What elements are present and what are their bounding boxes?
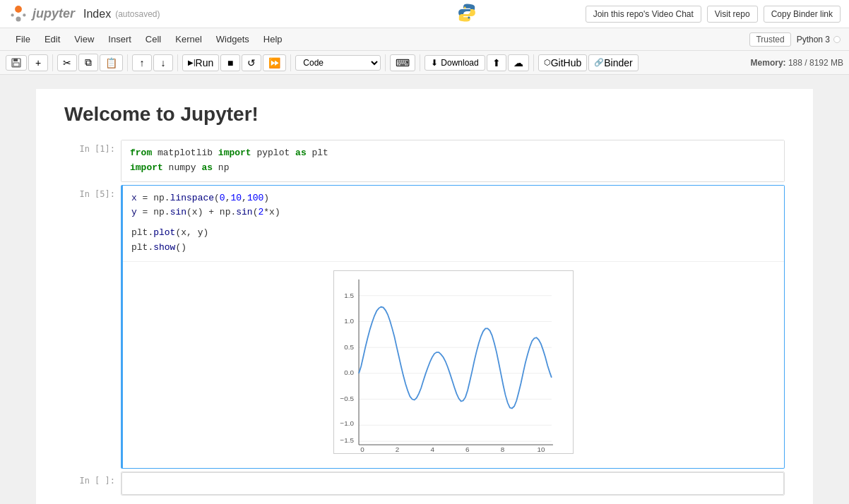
menu-right: Trusted Python 3 bbox=[749, 32, 841, 47]
toolbar-separator-4 bbox=[290, 54, 291, 71]
plot-container: 1.5 1.0 0.5 0.0 −0.5 −1.0 −1.5 0 2 4 6 bbox=[131, 265, 776, 460]
toolbar-separator-5 bbox=[385, 54, 386, 71]
menu-bar: File Edit View Insert Cell Kernel Widget… bbox=[0, 28, 849, 51]
visit-repo-button[interactable]: Visit repo bbox=[707, 6, 758, 23]
run-label: Run bbox=[196, 57, 214, 68]
menu-widgets[interactable]: Widgets bbox=[209, 31, 256, 47]
logo-area: jupyter bbox=[8, 4, 75, 24]
svg-text:−1.0: −1.0 bbox=[340, 419, 355, 427]
memory-label: Memory: bbox=[751, 58, 786, 68]
join-video-chat-button[interactable]: Join this repo's Video Chat bbox=[586, 6, 701, 23]
svg-text:6: 6 bbox=[465, 445, 470, 453]
matplotlib-plot: 1.5 1.0 0.5 0.0 −0.5 −1.0 −1.5 0 2 4 6 bbox=[333, 270, 574, 454]
cell-2-body[interactable]: x = np.linspace(0,10,100) y = np.sin(x) … bbox=[121, 185, 785, 469]
toolbar-separator-6 bbox=[420, 54, 420, 71]
svg-rect-7 bbox=[13, 59, 18, 61]
python-logo-area bbox=[457, 3, 477, 25]
svg-text:10: 10 bbox=[538, 445, 546, 453]
kernel-indicator: Python 3 bbox=[797, 35, 841, 44]
upload-button[interactable]: ⬆ bbox=[487, 54, 506, 71]
svg-text:−0.5: −0.5 bbox=[340, 394, 355, 402]
cell-3-label: In [ ]: bbox=[79, 476, 115, 486]
svg-text:2: 2 bbox=[396, 445, 400, 453]
notebook-area: Welcome to Jupyter! In [1]: from matplot… bbox=[0, 75, 849, 504]
move-down-button[interactable]: ↓ bbox=[153, 54, 173, 71]
svg-point-0 bbox=[15, 6, 22, 13]
kernel-name: Python 3 bbox=[797, 35, 830, 44]
cell-1: In [1]: from matplotlib import pyplot as… bbox=[64, 140, 785, 182]
copy-binder-link-button[interactable]: Copy Binder link bbox=[764, 6, 841, 23]
svg-text:8: 8 bbox=[501, 445, 505, 453]
run-button[interactable]: ▶| Run bbox=[182, 54, 219, 71]
github-label: GitHub bbox=[551, 57, 582, 68]
svg-point-1 bbox=[16, 16, 21, 21]
svg-rect-8 bbox=[13, 63, 19, 66]
svg-point-5 bbox=[468, 17, 470, 19]
python-logo-icon bbox=[457, 3, 477, 23]
toolbar: + ✂ ⧉ 📋 ↑ ↓ ▶| Run ■ ↺ ⏩ Code Markdown R… bbox=[0, 51, 849, 75]
svg-text:1.0: 1.0 bbox=[344, 317, 354, 325]
cell-1-label-area: In [1]: bbox=[64, 140, 121, 182]
menu-kernel[interactable]: Kernel bbox=[168, 31, 209, 47]
download-label: Download bbox=[441, 58, 478, 68]
cell-3-input[interactable] bbox=[121, 472, 784, 495]
binder-button[interactable]: 🔗 Binder bbox=[588, 54, 638, 71]
cut-button[interactable]: ✂ bbox=[57, 54, 77, 71]
binder-label: Binder bbox=[604, 57, 632, 68]
svg-point-3 bbox=[23, 13, 25, 16]
cell-1-input[interactable]: from matplotlib import pyplot as plt imp… bbox=[121, 140, 784, 181]
memory-indicator: Memory: 188 / 8192 MB bbox=[751, 58, 843, 68]
cell-2-label: In [5]: bbox=[79, 189, 115, 199]
notebook-title: Index bbox=[83, 8, 111, 20]
autosaved-label: (autosaved) bbox=[115, 9, 160, 19]
cell-2-label-area: In [5]: bbox=[64, 185, 121, 469]
toolbar-separator-7 bbox=[533, 54, 534, 71]
stop-button[interactable]: ■ bbox=[220, 54, 240, 71]
copy-button[interactable]: ⧉ bbox=[78, 54, 98, 71]
paste-button[interactable]: 📋 bbox=[100, 54, 123, 71]
toolbar-separator-1 bbox=[52, 54, 53, 71]
move-up-button[interactable]: ↑ bbox=[132, 54, 152, 71]
menu-cell[interactable]: Cell bbox=[138, 31, 168, 47]
save-cloud-button[interactable]: ☁ bbox=[508, 54, 529, 71]
memory-value: 188 / 8192 MB bbox=[788, 58, 843, 68]
restart-button[interactable]: ↺ bbox=[242, 54, 261, 71]
toolbar-separator-2 bbox=[127, 54, 128, 71]
jupyter-logo-icon bbox=[8, 4, 28, 24]
add-cell-button[interactable]: + bbox=[28, 54, 48, 71]
menu-help[interactable]: Help bbox=[256, 31, 290, 47]
save-button[interactable] bbox=[6, 55, 27, 71]
restart-run-button[interactable]: ⏩ bbox=[263, 54, 286, 71]
trusted-badge: Trusted bbox=[749, 32, 790, 47]
cell-1-label: In [1]: bbox=[79, 144, 115, 154]
menu-view[interactable]: View bbox=[67, 31, 101, 47]
cell-2-output: 1.5 1.0 0.5 0.0 −0.5 −1.0 −1.5 0 2 4 6 bbox=[123, 261, 784, 468]
menu-insert[interactable]: Insert bbox=[101, 31, 138, 47]
toolbar-separator-3 bbox=[177, 54, 178, 71]
svg-text:1.5: 1.5 bbox=[344, 291, 354, 299]
github-button[interactable]: ⬡ GitHub bbox=[538, 54, 588, 71]
cell-type-select[interactable]: Code Markdown Raw NBConvert bbox=[295, 55, 381, 71]
cell-3-body[interactable] bbox=[121, 472, 785, 496]
svg-text:−1.5: −1.5 bbox=[340, 436, 355, 444]
cell-2: In [5]: x = np.linspace(0,10,100) y = np… bbox=[64, 185, 785, 469]
download-button[interactable]: ⬇ Download bbox=[424, 55, 485, 71]
cell-2-input[interactable]: x = np.linspace(0,10,100) y = np.sin(x) … bbox=[123, 186, 784, 261]
menu-file[interactable]: File bbox=[8, 31, 37, 47]
cell-3: In [ ]: bbox=[64, 472, 785, 496]
save-icon bbox=[11, 58, 21, 68]
svg-text:4: 4 bbox=[430, 445, 434, 453]
top-bar: jupyter Index (autosaved) Join this repo… bbox=[0, 0, 849, 28]
keyboard-shortcuts-button[interactable]: ⌨ bbox=[390, 54, 415, 71]
svg-point-2 bbox=[11, 13, 14, 16]
top-bar-right: Join this repo's Video Chat Visit repo C… bbox=[586, 6, 841, 23]
svg-text:0: 0 bbox=[360, 445, 364, 453]
svg-text:0.0: 0.0 bbox=[344, 368, 354, 376]
menu-edit[interactable]: Edit bbox=[37, 31, 67, 47]
cell-1-body[interactable]: from matplotlib import pyplot as plt imp… bbox=[121, 140, 785, 182]
kernel-status-circle bbox=[833, 36, 841, 43]
notebook-container: Welcome to Jupyter! In [1]: from matplot… bbox=[36, 89, 813, 504]
welcome-title: Welcome to Jupyter! bbox=[64, 103, 785, 126]
svg-point-4 bbox=[463, 7, 465, 9]
cell-3-label-area: In [ ]: bbox=[64, 472, 121, 496]
